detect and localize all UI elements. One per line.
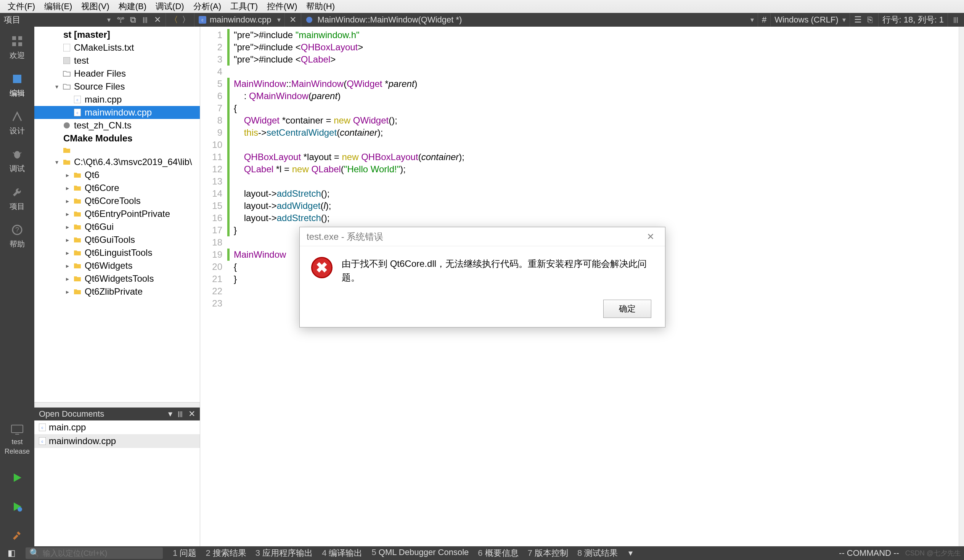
- crumb-dropdown-icon[interactable]: ▾: [751, 16, 754, 24]
- bug-icon: [10, 148, 24, 161]
- h-scrollbar[interactable]: [34, 402, 200, 407]
- split-icon[interactable]: ⫼: [141, 16, 150, 24]
- tree-twisty-icon[interactable]: ▾: [54, 83, 60, 90]
- tree-node[interactable]: CMake Modules: [34, 132, 200, 145]
- current-filename[interactable]: mainwindow.cpp: [210, 15, 271, 25]
- tree-node[interactable]: ▸ Qt6Core: [34, 181, 200, 194]
- menu-item[interactable]: 工具(T): [226, 0, 262, 14]
- sidebar-project[interactable]: 项目: [10, 185, 25, 212]
- tree-twisty-icon[interactable]: ▸: [65, 275, 70, 282]
- tree-node[interactable]: ▸ Qt6: [34, 168, 200, 181]
- file-dropdown-icon[interactable]: ▾: [277, 16, 281, 24]
- output-pane-tab[interactable]: 6 概要信息: [473, 547, 523, 559]
- sidebar-edit[interactable]: 编辑: [10, 72, 25, 98]
- output-pane-tab[interactable]: 4 编译输出: [317, 547, 367, 559]
- toggle-sidebar-icon[interactable]: ◧: [3, 548, 20, 558]
- sidebar-debug[interactable]: 调试: [10, 148, 25, 174]
- tree-twisty-icon[interactable]: ▸: [65, 249, 70, 257]
- editor-right-scrollbar[interactable]: [959, 27, 964, 546]
- locator-search[interactable]: 🔍: [26, 547, 163, 559]
- tree-node[interactable]: c mainwindow.cpp: [34, 106, 200, 119]
- opendocs-dropdown-icon[interactable]: ▾: [168, 409, 173, 419]
- kit-selector[interactable]: test Release: [5, 423, 30, 456]
- output-pane-tab[interactable]: 3 应用程序输出: [251, 547, 317, 559]
- bookmark-icon[interactable]: ⎘: [866, 16, 874, 24]
- breadcrumb[interactable]: MainWindow::MainWindow(QWidget *): [317, 15, 462, 25]
- run-button[interactable]: [10, 471, 24, 485]
- locator-input[interactable]: [43, 549, 159, 558]
- nav-fwd-icon[interactable]: 〉: [182, 16, 190, 24]
- output-pane-tab[interactable]: 8 测试结果: [573, 547, 622, 559]
- output-pane-tab[interactable]: 7 版本控制: [523, 547, 573, 559]
- tree-twisty-icon[interactable]: ▸: [65, 236, 70, 244]
- filter-icon[interactable]: 🝖: [117, 16, 125, 24]
- tree-node[interactable]: ▸ Qt6ZlibPrivate: [34, 285, 200, 298]
- tree-node[interactable]: test: [34, 54, 200, 67]
- cursor-position[interactable]: 行号: 18, 列号: 1: [883, 14, 944, 26]
- tree-node[interactable]: ▸ Qt6Gui: [34, 220, 200, 233]
- menu-item[interactable]: 编辑(E): [40, 0, 77, 14]
- open-doc-item[interactable]: c main.cpp: [34, 420, 200, 434]
- hash-icon[interactable]: #: [762, 15, 767, 25]
- dropdown-icon[interactable]: ▾: [104, 16, 113, 24]
- svg-text:c: c: [42, 426, 44, 430]
- tree-item-icon: [52, 134, 60, 143]
- list-icon[interactable]: ☰: [854, 16, 862, 24]
- menu-item[interactable]: 分析(A): [189, 0, 226, 14]
- tree-node[interactable]: CMakeLists.txt: [34, 41, 200, 54]
- close-file-icon[interactable]: ✕: [289, 16, 297, 24]
- sidebar-help[interactable]: ? 帮助: [10, 223, 25, 249]
- opendocs-split-icon[interactable]: ⫼: [176, 409, 184, 419]
- menu-item[interactable]: 调试(D): [151, 0, 189, 14]
- tree-twisty-icon[interactable]: ▸: [65, 210, 70, 218]
- tree-node[interactable]: ▸ Qt6WidgetsTools: [34, 272, 200, 285]
- tree-node[interactable]: c main.cpp: [34, 93, 200, 106]
- sidebar-welcome[interactable]: 欢迎: [10, 34, 25, 60]
- tree-node[interactable]: ▾ Source Files: [34, 80, 200, 93]
- build-button[interactable]: [10, 529, 24, 542]
- open-doc-item[interactable]: c mainwindow.cpp: [34, 434, 200, 448]
- output-pane-tab[interactable]: 5 QML Debugger Console: [367, 547, 474, 559]
- tree-node[interactable]: ▸ Qt6LinguistTools: [34, 246, 200, 259]
- tree-twisty-icon[interactable]: ▸: [65, 223, 70, 231]
- output-pane-tab[interactable]: 1 问题: [168, 547, 201, 559]
- dialog-titlebar[interactable]: test.exe - 系统错误 ✕: [300, 227, 665, 246]
- tree-twisty-icon[interactable]: ▸: [65, 262, 70, 270]
- tree-twisty-icon[interactable]: ▸: [65, 288, 70, 295]
- tree-node[interactable]: ▸ Qt6Widgets: [34, 259, 200, 272]
- close-panel-icon[interactable]: ✕: [153, 16, 162, 24]
- output-pane-tab[interactable]: 2 搜索结果: [201, 547, 251, 559]
- sidebar-design[interactable]: 设计: [10, 110, 25, 136]
- nav-back-icon[interactable]: 〈: [170, 16, 178, 24]
- open-documents-list[interactable]: c main.cpp c mainwindow.cpp: [34, 420, 200, 546]
- menu-item[interactable]: 控件(W): [262, 0, 301, 14]
- tree-node[interactable]: test_zh_CN.ts: [34, 119, 200, 132]
- tree-node[interactable]: ▾ C:\Qt\6.4.3\msvc2019_64\lib\: [34, 156, 200, 168]
- tree-twisty-icon[interactable]: ▸: [65, 184, 70, 192]
- tree-node[interactable]: ▸ Qt6GuiTools: [34, 233, 200, 246]
- tree-twisty-icon[interactable]: ▾: [54, 159, 60, 166]
- opendocs-close-icon[interactable]: ✕: [188, 409, 195, 419]
- menu-item[interactable]: 视图(V): [77, 0, 114, 14]
- svg-point-15: [18, 507, 22, 511]
- tree-node[interactable]: ▸ Qt6CoreTools: [34, 194, 200, 207]
- menu-item[interactable]: 构建(B): [114, 0, 151, 14]
- project-tree[interactable]: st [master] CMakeLists.txt test Header F…: [34, 27, 200, 402]
- link-icon[interactable]: ⧉: [129, 16, 137, 24]
- monitor-icon: [10, 423, 24, 436]
- dropdown-more-icon[interactable]: ▾: [624, 548, 637, 558]
- debug-run-button[interactable]: [10, 500, 24, 513]
- tree-node[interactable]: st [master]: [34, 28, 200, 41]
- tree-node[interactable]: Header Files: [34, 67, 200, 80]
- encoding-label[interactable]: Windows (CRLF): [775, 15, 838, 25]
- tree-twisty-icon[interactable]: ▸: [65, 171, 70, 179]
- menu-item[interactable]: 文件(F): [3, 0, 40, 14]
- split-right-icon[interactable]: ⫼: [952, 16, 960, 24]
- tree-node[interactable]: ▸ Qt6EntryPointPrivate: [34, 207, 200, 220]
- tree-node[interactable]: [34, 145, 200, 156]
- dialog-close-icon[interactable]: ✕: [643, 230, 658, 244]
- encoding-dropdown-icon[interactable]: ▾: [842, 16, 846, 24]
- menu-item[interactable]: 帮助(H): [301, 0, 339, 14]
- dialog-ok-button[interactable]: 确定: [603, 300, 651, 318]
- tree-twisty-icon[interactable]: ▸: [65, 197, 70, 205]
